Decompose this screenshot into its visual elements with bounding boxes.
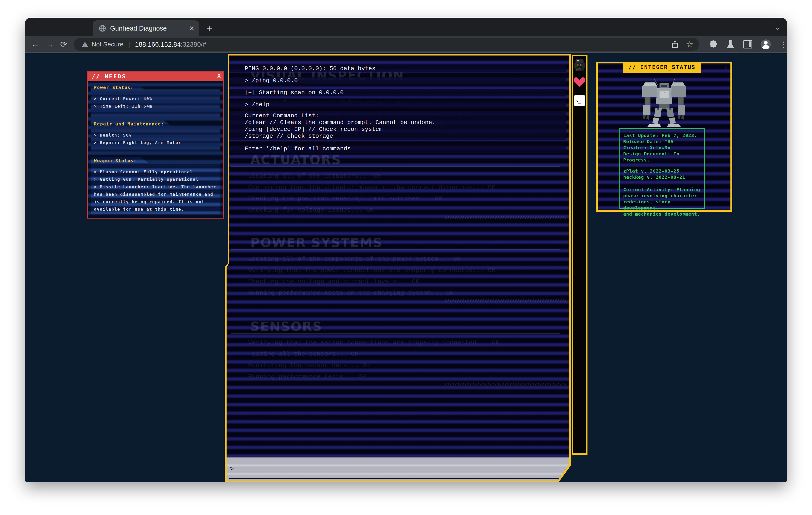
screenshot-root: Gunhead Diagnose ✕ + ⌄ ← → ⟳ Not Secure … xyxy=(0,0,812,515)
page-top-divider xyxy=(25,53,787,53)
section-heading: Weapon Status: xyxy=(94,158,137,163)
status-info-line: Last Update: Feb 7, 2023. xyxy=(623,132,701,139)
status-panel-title: // INTEGER_STATUS xyxy=(629,64,696,70)
tab-strip: Gunhead Diagnose ✕ + ⌄ xyxy=(25,18,787,36)
diagnostic-line: Testing all the sensors... OK xyxy=(248,351,358,358)
browser-toolbar: ← → ⟳ Not Secure | 188.166.152.84 :32380… xyxy=(25,36,787,53)
status-activity-line: and mechanics development. xyxy=(623,211,701,217)
needs-line: > Gatling Gun: Partially operational xyxy=(94,176,217,183)
page-content: // NEEDS X Power Status: > Current Power… xyxy=(25,53,787,482)
needs-line: > Repair: Right Leg, Arm Motor xyxy=(94,139,217,146)
terminal-icon[interactable]: >_ xyxy=(574,95,585,106)
flask-icon[interactable] xyxy=(726,40,734,49)
status-activity-line: Current Activity: Planning xyxy=(623,187,701,193)
status-info-line: Design Document: In Progress. xyxy=(623,151,701,163)
section-heading: Repair and Maintenance: xyxy=(94,121,164,126)
section-underline xyxy=(231,166,560,167)
needs-close-icon[interactable]: X xyxy=(218,73,221,79)
terminal-icon-titlebar xyxy=(574,98,585,98)
diagnostic-line: Monitoring the sensor data... OK xyxy=(248,362,370,369)
side-icon-strip: >_ xyxy=(572,55,587,455)
console-command-line: > /ping 0.0.0.0 xyxy=(229,77,567,85)
hatch-decoration xyxy=(444,383,566,386)
status-close-icon[interactable]: X xyxy=(724,65,727,71)
side-panel-icon[interactable] xyxy=(743,40,752,49)
tab-title: Gunhead Diagnose xyxy=(110,25,189,32)
reload-icon[interactable]: ⟳ xyxy=(60,40,67,49)
browser-window: Gunhead Diagnose ✕ + ⌄ ← → ⟳ Not Secure … xyxy=(25,18,787,482)
url-suffix: :32380/# xyxy=(181,41,206,48)
diagnostic-line: Running performance tests on the chargin… xyxy=(248,290,454,297)
not-secure-label: Not Secure xyxy=(91,41,123,48)
terminal-icon-prompt-glyph: >_ xyxy=(576,98,581,104)
diagnostic-line: Running performance tests... OK xyxy=(248,373,366,380)
needs-line: > Plasma Cannon: Fully operational xyxy=(94,168,217,176)
console-help-block: Current Command List: /clear // Clears t… xyxy=(229,112,567,141)
console-output-line: PING 0.0.0.0 (0.0.0.0): 56 data bytes xyxy=(229,65,567,72)
status-info-line: Creator: Xclow3n xyxy=(623,145,701,151)
status-panel-header: // INTEGER_STATUS xyxy=(623,62,701,73)
weapon-status-section: Weapon Status: > Plasma Cannon: Fully op… xyxy=(91,157,220,214)
not-secure-warning-icon xyxy=(82,41,88,48)
tab-gunhead-diagnose[interactable]: Gunhead Diagnose ✕ xyxy=(93,20,199,36)
section-underline xyxy=(231,249,560,250)
diagnostic-section-title: SENSORS xyxy=(250,319,322,334)
prompt-caret: > xyxy=(230,465,234,473)
diagnostic-line: Checking for voltage issues... OK xyxy=(248,207,374,214)
forward-icon[interactable]: → xyxy=(46,40,54,49)
status-version-line: hackReg v. 2022-08-21 xyxy=(623,174,701,180)
diagnostic-line: Checking the voltage and current levels.… xyxy=(248,278,419,285)
hatch-decoration xyxy=(444,216,566,219)
browser-menu-icon[interactable]: ⋮ xyxy=(779,40,787,49)
section-heading: Power Status: xyxy=(94,85,134,90)
diagnostic-line: Verifying that the sensor connections ar… xyxy=(248,339,499,346)
extensions-puzzle-icon[interactable] xyxy=(709,40,718,49)
tab-search-chevron-icon[interactable]: ⌄ xyxy=(774,23,781,32)
section-lines: > Plasma Cannon: Fully operational > Gat… xyxy=(94,168,217,213)
prompt-underline xyxy=(229,478,559,479)
section-underline xyxy=(231,333,560,334)
back-icon[interactable]: ← xyxy=(31,40,39,49)
console-hint-line: Enter '/help' for all commands xyxy=(229,145,567,153)
needs-line: > Time Left: 11h 54m xyxy=(94,102,217,110)
needs-panel-header: // NEEDS X xyxy=(88,72,223,81)
needs-panel: // NEEDS X Power Status: > Current Power… xyxy=(87,71,224,218)
power-status-section: Power Status: > Current Power: 40% > Tim… xyxy=(91,84,220,118)
status-activity-line: redesigns, story development, xyxy=(623,199,701,211)
diagnostic-section-title: ACTUATORS xyxy=(250,152,342,167)
needs-line: > Health: 90% xyxy=(94,131,217,139)
address-bar[interactable]: Not Secure | 188.166.152.84 :32380/# ☆ xyxy=(74,38,699,51)
diagnostic-line: Locating all of the actuators... OK xyxy=(248,173,381,180)
terminal-input[interactable]: > xyxy=(227,457,569,481)
terminal-screen: VISUAL INSPECTION Checking visual inspec… xyxy=(227,56,569,481)
url-host: 188.166.152.84 xyxy=(135,41,181,48)
console-command-line: > /help xyxy=(229,101,567,109)
needs-line: > Current Power: 40% xyxy=(94,95,217,102)
globe-favicon xyxy=(99,25,106,32)
bookmark-star-icon[interactable]: ☆ xyxy=(686,40,693,49)
console-output-line: [+] Starting scan on 0.0.0.0 xyxy=(229,89,567,96)
new-tab-button[interactable]: + xyxy=(206,21,212,35)
status-info-box: Last Update: Feb 7, 2023. Release Date: … xyxy=(619,128,705,209)
diagnostic-line: Locating all of the components of the po… xyxy=(248,255,461,263)
status-info-line: Release Date: TBA xyxy=(623,139,701,145)
mech-thumbnail-icon[interactable] xyxy=(574,58,586,72)
toolbar-right-icons: ⋮ xyxy=(709,39,787,49)
diagnostic-line: Checking the position sensors, limit swi… xyxy=(248,195,442,202)
needs-line: > Missile Launcher: Inactive. The launch… xyxy=(94,183,217,213)
diagnostic-line: Confirming that the actuator moves in th… xyxy=(248,184,495,191)
profile-avatar[interactable] xyxy=(761,39,771,49)
status-activity-line: phase involving character xyxy=(623,193,701,199)
integer-status-panel: // INTEGER_STATUS X xyxy=(596,62,732,212)
tab-close-icon[interactable]: ✕ xyxy=(189,25,194,32)
share-icon[interactable] xyxy=(671,40,678,48)
section-lines: > Current Power: 40% > Time Left: 11h 54… xyxy=(94,95,217,110)
url-divider: | xyxy=(128,40,130,48)
diagnostic-terminal-panel: VISUAL INSPECTION Checking visual inspec… xyxy=(225,54,571,482)
heart-icon[interactable] xyxy=(574,76,585,88)
hatch-decoration xyxy=(444,299,566,302)
mech-image xyxy=(637,78,691,127)
repair-maintenance-section: Repair and Maintenance: > Health: 90% > … xyxy=(91,120,220,152)
diagnostic-section-title: POWER SYSTEMS xyxy=(250,235,383,250)
status-version-line: zPlat v. 2022-03-25 xyxy=(623,168,701,174)
